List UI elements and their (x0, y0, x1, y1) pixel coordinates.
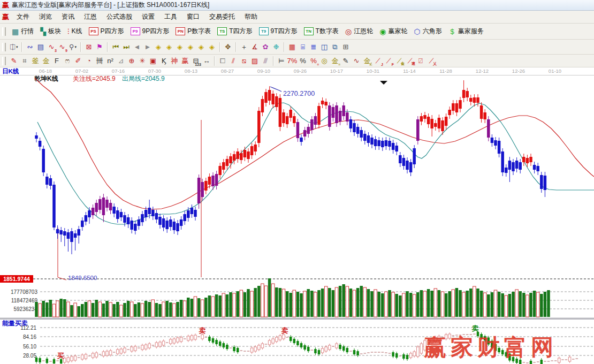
pen-tool[interactable]: ✎ (9, 56, 19, 66)
calendar-21[interactable]: ▦ (287, 42, 298, 52)
percent-7-tool[interactable]: 7% (287, 56, 298, 66)
target-grid-tool[interactable]: ▣ (148, 56, 158, 66)
j-angle-tool[interactable]: ⟋J (372, 56, 383, 66)
next-bar[interactable]: ► (142, 42, 153, 52)
span-tool[interactable]: ↔ (201, 56, 212, 66)
notes-list[interactable]: ≣ (308, 42, 319, 52)
last-bar[interactable]: ⏭ (121, 42, 132, 52)
sector-blocks-button[interactable]: ▚板块 (37, 26, 64, 37)
ruler-grid-tool[interactable]: 卌 (94, 56, 105, 66)
wave-band-tool[interactable]: ∿ (351, 56, 362, 66)
menu-item-3[interactable]: 江恩 (79, 11, 102, 23)
toolbar-grip[interactable] (2, 43, 6, 51)
gann-diamond-right[interactable]: ◈ (164, 42, 174, 52)
ribbon-tool[interactable]: ✿ (260, 42, 271, 52)
order-cart[interactable]: ⊞ (340, 42, 351, 52)
chart-area[interactable]: 06-1807-0207-1607-3008-1308-2709-1009-26… (0, 67, 594, 364)
chart-svg[interactable]: 06-1807-0207-1607-3008-1308-2709-1009-26… (0, 67, 594, 364)
speed-angle-tool[interactable]: ⟋速 (405, 56, 415, 66)
menu-item-6[interactable]: 工具 (159, 11, 182, 23)
wave-3[interactable]: ∿3 (46, 42, 57, 52)
box-angle-tool[interactable]: ⍁ (415, 56, 426, 66)
gold-level-tool[interactable]: 金≡ (330, 56, 340, 66)
shen-tool[interactable]: 神 (169, 56, 180, 66)
candle-body (158, 217, 162, 225)
port-box-tool[interactable]: ⧠ (217, 56, 228, 66)
wave-9[interactable]: ∿9 (57, 42, 67, 52)
ink-pen-tool[interactable]: ✎ (340, 56, 351, 66)
spindle-dropdown[interactable]: ⚲▾ (67, 42, 78, 52)
brain-pattern-tool[interactable]: ❉ (271, 42, 281, 52)
gann-diamond-horizontal[interactable]: ◈ (174, 42, 185, 52)
menu-item-7[interactable]: 窗口 (182, 11, 204, 23)
fan-lines-tool[interactable]: ⫽ (228, 56, 239, 66)
percent-tool[interactable]: % (298, 56, 308, 66)
crosshair-tool[interactable]: ＋ (239, 42, 249, 52)
9p-square-button[interactable]: P99P四方形 (127, 26, 173, 37)
gold-gate2-tool[interactable]: 金 (41, 56, 51, 66)
export-disk[interactable]: ⧉ (330, 42, 340, 52)
grid-fan-tool[interactable]: ▨ (249, 56, 260, 66)
title-bar[interactable]: 赢 赢家江恩专业版[赢家内部服务平台] - [上证指数 SH1A0001-167… (0, 0, 594, 11)
gann-wheel-button[interactable]: ◎江恩轮 (342, 26, 376, 37)
percent-lines-tool[interactable]: %≡ (308, 56, 319, 66)
pattern-box[interactable]: ⊠ (83, 42, 94, 52)
clock-cycle-tool[interactable]: ◔ (83, 56, 94, 66)
menu-item-8[interactable]: 交易委托 (204, 11, 240, 23)
p-digit-table-button[interactable]: PNP数字表 (172, 26, 214, 37)
ruler-123-tool[interactable]: ⊟123 (191, 56, 201, 66)
winner-service-button[interactable]: ＄赢家服务 (445, 26, 487, 37)
menu-item-0[interactable]: 文件 (12, 11, 34, 23)
kline-button[interactable]: ⫶K线 (64, 26, 86, 37)
star-burst-tool[interactable]: ✳ (137, 56, 148, 66)
flag-colors[interactable]: ⚑ (94, 42, 105, 52)
candle-type-dropdown[interactable]: ⎅▾ (9, 42, 19, 52)
k-wave-tool[interactable]: Ϗ (158, 56, 169, 66)
gann-diamond-all[interactable]: ◈ (207, 42, 217, 52)
first-bar[interactable]: ⏮ (110, 42, 121, 52)
menu-item-1[interactable]: 浏览 (34, 11, 57, 23)
t-digit-table-button[interactable]: TNT数字表 (301, 26, 342, 37)
scale-ratio-tool[interactable]: ⊨ (276, 56, 287, 66)
9p-square-label: 9P四方形 (142, 27, 170, 36)
menu-item-2[interactable]: 资讯 (57, 11, 79, 23)
gann-diamond-left[interactable]: ◈ (153, 42, 164, 52)
9t-square-button[interactable]: T99T四方形 (256, 26, 301, 37)
market-quotes-button[interactable]: ▦行情 (9, 26, 37, 37)
bevel-tool[interactable]: ⊿ (116, 56, 126, 66)
hexagon-button[interactable]: ⬡六角形 (410, 26, 445, 37)
gold-slash-tool[interactable]: ⟋金 (394, 56, 405, 66)
f-line-tool[interactable]: F (51, 56, 62, 66)
menu-item-5[interactable]: 设置 (137, 11, 159, 23)
menu-item-9[interactable]: 帮助 (240, 11, 262, 23)
gold-ring-tool[interactable]: ◎ (319, 56, 330, 66)
p-square-button[interactable]: PSP四方形 (86, 26, 127, 37)
gold-angle-tool[interactable]: 金∠ (362, 56, 372, 66)
spiral-tool[interactable]: ෆ (62, 56, 73, 66)
gann-diamond-expand[interactable]: ◈ (185, 42, 196, 52)
toolbar-grip[interactable] (2, 27, 6, 36)
gold-gate-tool[interactable]: 釜 (30, 56, 41, 66)
save-disk[interactable]: ◫ (319, 42, 330, 52)
f-angle-tool[interactable]: ⟋F (383, 56, 394, 66)
brush-tool[interactable]: ✐ (73, 56, 83, 66)
indicator-candle-down (307, 347, 310, 351)
n-square-tool[interactable]: n² (105, 56, 116, 66)
gann-diamond-cross[interactable]: ◈ (196, 42, 207, 52)
calculator[interactable]: ⌸ (298, 42, 308, 52)
ying-tool[interactable]: 赢 (180, 56, 191, 66)
info-note[interactable]: ▤ (35, 42, 46, 52)
menu-item-4[interactable]: 公式选股 (102, 11, 137, 23)
winner-wheel-button[interactable]: ◉赢家轮 (376, 26, 410, 37)
prev-bar[interactable]: ◄ (132, 42, 142, 52)
hand-tool[interactable]: ✥ (223, 42, 233, 52)
compass-circle-tool[interactable]: ⊕ (126, 56, 137, 66)
w-angle-tool[interactable]: ⟋乂 (426, 56, 437, 66)
hash-grid-tool[interactable]: ⌗ (19, 56, 30, 66)
fan-box-tool[interactable]: ⧅ (239, 56, 249, 66)
toolbar-grip[interactable] (2, 57, 6, 65)
angle-measure-tool[interactable]: ∡ (249, 42, 260, 52)
slash-lines-tool[interactable]: ⫻ (260, 56, 271, 66)
t-square-button[interactable]: TST四方形 (214, 26, 255, 37)
compress-pattern[interactable]: ∾ (25, 42, 35, 52)
